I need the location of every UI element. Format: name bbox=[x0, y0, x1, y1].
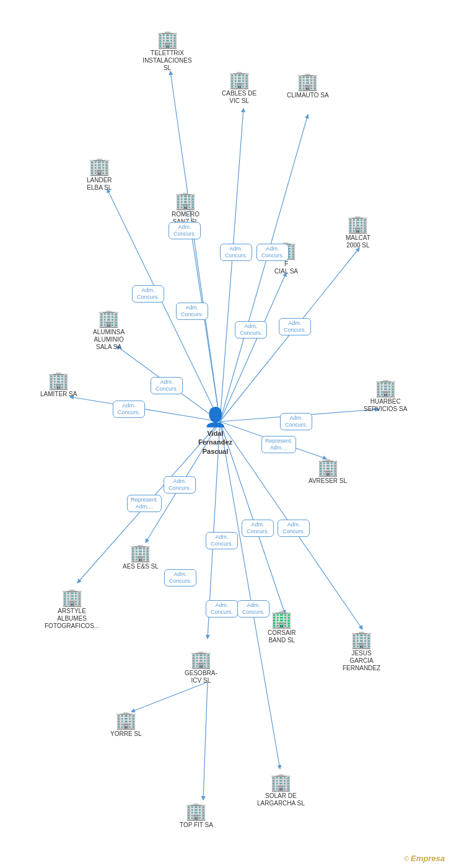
building-icon: 🏢 bbox=[190, 651, 212, 668]
badge-b5[interactable]: Adm.Concurs. bbox=[176, 303, 208, 320]
building-icon: 🏢 bbox=[157, 31, 178, 48]
svg-line-5 bbox=[220, 273, 286, 422]
badge-b14[interactable]: Adm.Concurs. bbox=[206, 532, 238, 549]
company-label: GESOBRA- ICV SL bbox=[185, 670, 217, 684]
building-icon-red: 🏢 bbox=[271, 611, 292, 628]
svg-line-16 bbox=[131, 682, 208, 712]
company-label: YORRE SL bbox=[110, 730, 142, 738]
company-yorre[interactable]: 🏢 YORRE SL bbox=[110, 712, 142, 738]
company-label: MALCAT 2000 SL bbox=[346, 234, 370, 249]
badge-b11[interactable]: Represent.Adm.... bbox=[261, 436, 296, 453]
badge-b2[interactable]: Adm.Concurs. bbox=[220, 244, 252, 261]
company-label: JESUS GARCIA FERNANDEZ bbox=[343, 650, 380, 672]
badge-b13[interactable]: Represent.Adm.... bbox=[127, 495, 162, 512]
company-lamiter[interactable]: 🏢 LAMITER SA bbox=[40, 372, 77, 398]
badge-b6[interactable]: Adm.Concurs. bbox=[235, 321, 267, 339]
company-label: F CIAL SA bbox=[274, 260, 298, 275]
watermark: © Empresa bbox=[404, 854, 445, 863]
building-icon: 🏢 bbox=[98, 310, 120, 327]
company-landerelba[interactable]: 🏢 LANDER ELBA SL bbox=[87, 158, 112, 192]
company-corsair[interactable]: 🏢 CORSAIR BAND SL bbox=[268, 611, 296, 644]
svg-line-8 bbox=[70, 397, 220, 422]
company-avreser[interactable]: 🏢 AVRESER SL bbox=[309, 459, 347, 485]
company-label: SOLAR DE LARGARCHA SL bbox=[257, 792, 305, 807]
company-label: ARSTYLE ALBUMES FOTOGRAFICOS... bbox=[45, 608, 99, 630]
company-label: TOP FIT SA bbox=[180, 822, 213, 829]
badge-b3[interactable]: Adm.Concurs. bbox=[256, 244, 289, 261]
center-person[interactable]: 👤 Vidal Fernandez Pascual bbox=[198, 406, 232, 456]
building-icon: 🏢 bbox=[375, 379, 396, 397]
building-icon: 🏢 bbox=[270, 774, 292, 791]
company-romerosanz[interactable]: 🏢 ROMERO SANZ SL bbox=[172, 192, 199, 226]
building-icon: 🏢 bbox=[185, 803, 207, 820]
company-gesobra[interactable]: 🏢 GESOBRA- ICV SL bbox=[185, 651, 217, 684]
building-icon: 🏢 bbox=[175, 192, 196, 210]
company-malcat[interactable]: 🏢 MALCAT 2000 SL bbox=[346, 216, 370, 249]
svg-line-0 bbox=[170, 71, 220, 422]
building-icon: 🏢 bbox=[229, 71, 250, 89]
building-icon: 🏢 bbox=[129, 544, 151, 562]
badge-b12[interactable]: Adm.Concurs. bbox=[164, 476, 196, 494]
svg-line-18 bbox=[220, 422, 280, 769]
company-label: ALUMINSA ALUMINIO SALA SA bbox=[93, 329, 125, 351]
company-label: LAMITER SA bbox=[40, 391, 77, 398]
company-topfit[interactable]: 🏢 TOP FIT SA bbox=[180, 803, 213, 829]
building-icon: 🏢 bbox=[115, 712, 137, 729]
company-label: AVRESER SL bbox=[309, 477, 347, 485]
badge-b1[interactable]: Adm.Concurs. bbox=[169, 222, 201, 239]
company-cablesvic[interactable]: 🏢 CABLES DE VIC SL bbox=[222, 71, 256, 105]
network-graph: 👤 Vidal Fernandez Pascual 🏢 TELETTRIX IN… bbox=[0, 0, 451, 868]
company-label: CLIMAUTO SA bbox=[287, 92, 329, 99]
building-icon: 🏢 bbox=[351, 631, 372, 649]
badge-b7[interactable]: Adm.Concurs. bbox=[279, 318, 311, 335]
building-icon: 🏢 bbox=[347, 216, 369, 233]
building-icon: 🏢 bbox=[48, 372, 69, 389]
company-aluminsa[interactable]: 🏢 ALUMINSA ALUMINIO SALA SA bbox=[93, 310, 125, 351]
company-jesusgarcia[interactable]: 🏢 JESUS GARCIA FERNANDEZ bbox=[343, 631, 380, 672]
company-label: CORSAIR BAND SL bbox=[268, 629, 296, 644]
company-huarbec[interactable]: 🏢 HUARBEC SERVICIOS SA bbox=[364, 379, 407, 413]
person-icon: 👤 bbox=[204, 406, 227, 428]
company-telettrix[interactable]: 🏢 TELETTRIX INSTALACIONES SL bbox=[139, 31, 195, 72]
company-climauto[interactable]: 🏢 CLIMAUTO SA bbox=[287, 73, 329, 99]
badge-b18[interactable]: Adm.Concurs. bbox=[206, 600, 238, 618]
badge-b4[interactable]: Adm.Concurs. bbox=[132, 285, 164, 303]
building-icon: 🏢 bbox=[89, 158, 110, 175]
svg-line-1 bbox=[220, 108, 243, 422]
badge-b15[interactable]: Adm.Concurs. bbox=[242, 520, 274, 537]
company-label: TELETTRIX INSTALACIONES SL bbox=[139, 50, 195, 72]
company-label: CABLES DE VIC SL bbox=[222, 90, 256, 105]
person-label: Vidal Fernandez Pascual bbox=[198, 429, 232, 456]
badge-b9[interactable]: Adm.Concurs. bbox=[113, 401, 145, 418]
building-icon: 🏢 bbox=[297, 73, 318, 91]
svg-line-17 bbox=[203, 682, 208, 800]
company-arstyle[interactable]: 🏢 ARSTYLE ALBUMES FOTOGRAFICOS... bbox=[45, 589, 99, 630]
svg-line-4 bbox=[191, 229, 220, 422]
badge-b8[interactable]: Adm.Concurs. bbox=[151, 377, 183, 394]
badge-b17[interactable]: Adm.Concurs. bbox=[164, 569, 196, 587]
badge-b19[interactable]: Adm.Concurs. bbox=[237, 600, 269, 618]
company-label: HUARBEC SERVICIOS SA bbox=[364, 398, 407, 413]
building-icon: 🏢 bbox=[317, 459, 339, 476]
company-aes[interactable]: 🏢 AES E&S SL bbox=[123, 544, 159, 570]
building-icon: 🏢 bbox=[61, 589, 83, 606]
badge-b16[interactable]: Adm.Concurs. bbox=[278, 520, 310, 537]
company-label: LANDER ELBA SL bbox=[87, 177, 112, 192]
badge-b10[interactable]: Adm.Concurs. bbox=[280, 413, 312, 430]
company-label: AES E&S SL bbox=[123, 563, 159, 570]
company-solar[interactable]: 🏢 SOLAR DE LARGARCHA SL bbox=[257, 774, 305, 807]
